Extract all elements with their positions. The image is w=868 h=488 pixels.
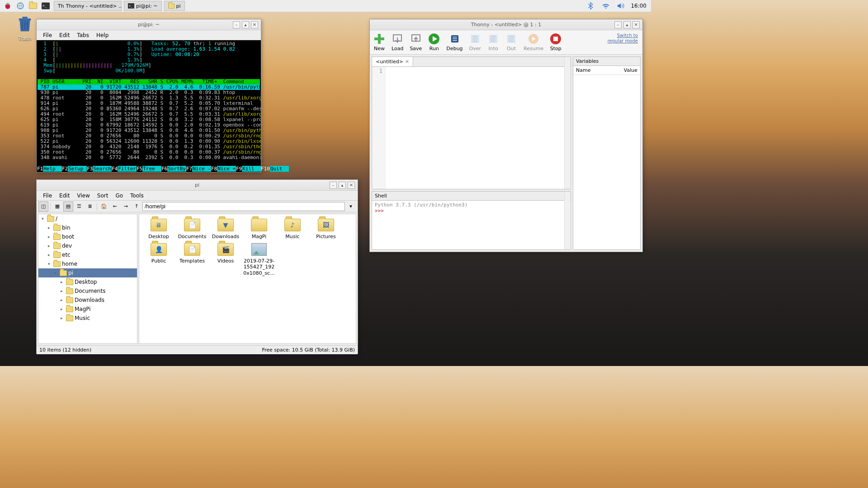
fm-menu-go[interactable]: Go [112,192,127,200]
thonny-shell: Shell Python 3.7.3 (/usr/bin/python3) >>… [372,191,571,250]
thonny-run-button[interactable]: Run [428,33,440,52]
taskbar-item-thonny[interactable]: ThThonny - <untitled> ... [54,1,122,11]
fm-menu-tools[interactable]: Tools [127,192,147,200]
fm-view-places-button[interactable]: ◫ [38,202,48,211]
fm-path-dropdown[interactable]: ▾ [346,202,356,211]
tree-item-bin[interactable]: ▸bin [38,223,137,232]
thonny-titlebar[interactable]: Thonny - <untitled> @ 1 : 1 – ▴ ✕ [370,19,642,30]
svg-rect-11 [374,38,384,40]
terminal-menubar: File Edit Tabs Help [37,30,261,40]
tree-item-dev[interactable]: ▸dev [38,241,137,250]
terminal-menu-edit[interactable]: Edit [56,31,73,39]
wifi-icon[interactable] [600,1,612,11]
thonny-code-area[interactable] [386,67,571,189]
fm-minimize-button[interactable]: – [330,182,337,189]
svg-rect-8 [19,19,31,21]
tree-item-home[interactable]: ▾home [38,259,137,268]
fm-view-detail-button[interactable]: ≣ [85,202,95,211]
fm-item-templates[interactable]: 📄Templates [176,242,208,276]
fm-item-2019[interactable]: 2019-07-29-155427_1920x1080_sc... [243,242,275,276]
bluetooth-icon[interactable] [585,1,596,11]
fm-item-music[interactable]: ♪Music [277,218,308,239]
fm-view-icons-button[interactable]: ▦ [52,202,62,211]
svg-text:>_: >_ [129,5,132,8]
terminal-menu-file[interactable]: File [39,31,56,39]
fm-home-button[interactable]: 🏠 [99,202,109,211]
taskbar-item-terminal[interactable]: >_pi@pi: ~ [124,1,162,11]
clock[interactable]: 16:00 [631,3,649,9]
tree-item-Downloads[interactable]: ▸Downloads [38,296,137,305]
terminal-menu-help[interactable]: Help [93,31,112,39]
tree-item-boot[interactable]: ▸boot [38,232,137,241]
menu-raspberry-icon[interactable] [2,1,14,11]
fm-path-input[interactable] [142,202,345,211]
fm-item-downloads[interactable]: ▼Downloads [210,218,241,239]
thonny-load-button[interactable]: Load [392,33,403,52]
thonny-close-button[interactable]: ✕ [632,21,640,28]
thonny-vars-header[interactable]: Name Value [573,66,640,75]
fm-item-documents[interactable]: 📄Documents [176,218,208,239]
fm-forward-button[interactable]: → [121,202,131,211]
fm-up-button[interactable]: ↑ [132,202,142,211]
thonny-minimize-button[interactable]: – [614,21,622,28]
terminal-minimize-button[interactable]: – [233,21,240,28]
fm-close-button[interactable]: ✕ [348,182,355,189]
thonny-maximize-button[interactable]: ▴ [623,21,631,28]
thonny-editor: <untitled>✕ 1 [372,56,571,189]
fm-status-left: 10 items (12 hidden) [39,347,91,353]
fm-maximize-button[interactable]: ▴ [339,182,346,189]
thonny-shell-body[interactable]: Python 3.7.3 (/usr/bin/python3) >>> [372,201,571,249]
tree-item-root[interactable]: ▾/ [38,214,137,223]
editor-scrollbar[interactable] [564,57,570,189]
volume-icon[interactable] [615,1,627,11]
tree-item-pi[interactable]: ▾pi [38,268,137,277]
fm-titlebar[interactable]: pi – ▴ ✕ [37,180,358,191]
fm-menu-view[interactable]: View [73,192,93,200]
taskbar: >_ ThThonny - <untitled> ... >_pi@pi: ~ … [0,0,651,12]
thonny-shell-label: Shell [372,192,571,201]
thonny-new-button[interactable]: New [373,33,385,52]
file-manager-icon[interactable] [27,1,39,11]
fm-tree[interactable]: ▾/▸bin▸boot▸dev▸etc▾home▾pi▸Desktop▸Docu… [38,214,137,344]
thonny-save-button[interactable]: Save [410,33,422,52]
fm-item-videos[interactable]: 🎬Videos [210,242,241,276]
tree-item-Desktop[interactable]: ▸Desktop [38,277,137,286]
tree-item-Documents[interactable]: ▸Documents [38,286,137,296]
thonny-editor-tab[interactable]: <untitled>✕ [372,57,413,66]
thonny-out-button: Out [505,33,517,52]
terminal-launcher-icon[interactable]: >_ [40,1,52,11]
fm-item-public[interactable]: 👤Public [143,242,175,276]
svg-text:>_: >_ [42,4,47,8]
terminal-menu-tabs[interactable]: Tabs [73,31,93,39]
tree-item-Music[interactable]: ▸Music [38,314,137,323]
fm-item-magpi[interactable]: MagPi [243,218,275,239]
terminal-body[interactable]: 1 [| 0.0%] Tasks: 52, 70 thr; 1 running … [37,40,261,172]
fm-menu-edit[interactable]: Edit [56,192,73,200]
fm-menu-sort[interactable]: Sort [94,192,112,200]
tree-item-etc[interactable]: ▸etc [38,250,137,259]
shell-scrollbar[interactable] [564,192,570,249]
fm-view-compact-button[interactable]: ▤ [63,202,73,211]
thonny-switch-mode-link[interactable]: Switch to regular mode [608,33,638,44]
taskbar-item-filemanager[interactable]: pi [164,1,185,11]
tree-item-MagPi[interactable]: ▸MagPi [38,305,137,314]
desktop-trash[interactable]: Trash [11,16,38,42]
terminal-titlebar[interactable]: pi@pi: ~ – ▴ ✕ [37,19,261,30]
thonny-window: Thonny - <untitled> @ 1 : 1 – ▴ ✕ NewLoa… [369,19,643,252]
fm-toolbar: ◫ ▦ ▤ ☰ ≣ 🏠 ← → ↑ ▾ [37,201,358,212]
thonny-stop-button[interactable]: Stop [550,33,561,52]
terminal-maximize-button[interactable]: ▴ [242,21,249,28]
terminal-close-button[interactable]: ✕ [251,21,258,28]
fm-back-button[interactable]: ← [110,202,120,211]
fm-icon-view[interactable]: 🖥Desktop📄Documents▼DownloadsMagPi♪Music🖼… [139,214,356,344]
fm-item-desktop[interactable]: 🖥Desktop [143,218,175,239]
fm-view-list-button[interactable]: ☰ [74,202,84,211]
tab-close-icon[interactable]: ✕ [405,59,409,65]
web-browser-icon[interactable] [14,1,26,11]
thonny-debug-button[interactable]: Debug [446,33,462,52]
fm-menu-file[interactable]: File [39,192,56,200]
trash-label: Trash [11,36,38,42]
svg-point-2 [8,5,10,7]
fm-item-pictures[interactable]: 🖼Pictures [310,218,342,239]
thonny-resume-button: Resume [524,33,543,52]
